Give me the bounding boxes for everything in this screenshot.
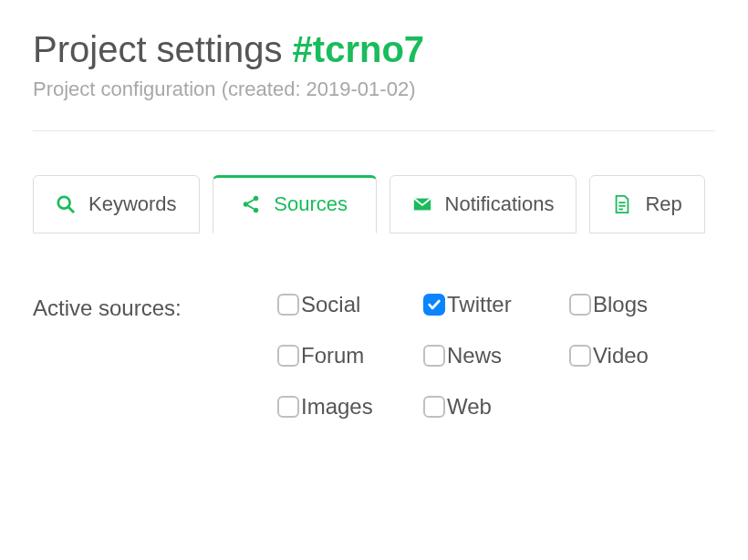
source-images[interactable]: Images bbox=[277, 394, 423, 420]
checkbox-label: Social bbox=[301, 292, 360, 317]
source-video[interactable]: Video bbox=[569, 343, 715, 368]
checkbox[interactable] bbox=[277, 294, 299, 316]
envelope-icon bbox=[412, 194, 432, 214]
tab-reports[interactable]: Rep bbox=[589, 175, 704, 233]
svg-line-5 bbox=[248, 200, 254, 203]
tabs-container: Keywords Sources Notifications bbox=[33, 175, 715, 233]
page-subtitle: Project configuration (created: 2019-01-… bbox=[33, 78, 715, 101]
checkbox-label: News bbox=[447, 343, 502, 368]
source-twitter[interactable]: Twitter bbox=[423, 292, 569, 317]
source-social[interactable]: Social bbox=[277, 292, 423, 317]
title-prefix: Project settings bbox=[33, 29, 293, 69]
svg-point-3 bbox=[244, 202, 249, 207]
checkbox[interactable] bbox=[277, 396, 299, 418]
tab-sources[interactable]: Sources bbox=[213, 175, 377, 233]
checkbox[interactable] bbox=[423, 345, 445, 367]
checkbox[interactable] bbox=[569, 294, 591, 316]
source-blogs[interactable]: Blogs bbox=[569, 292, 715, 317]
checkbox-label: Web bbox=[447, 394, 492, 420]
sources-grid: Social Twitter Blogs Forum News Video Im… bbox=[277, 292, 715, 420]
divider bbox=[33, 130, 715, 131]
tab-notifications[interactable]: Notifications bbox=[390, 175, 577, 233]
source-forum[interactable]: Forum bbox=[277, 343, 423, 368]
checkbox-label: Forum bbox=[301, 343, 364, 368]
svg-point-2 bbox=[254, 196, 259, 202]
checkbox-label: Images bbox=[301, 394, 373, 420]
checkbox[interactable] bbox=[423, 396, 445, 418]
checkbox-label: Twitter bbox=[447, 292, 512, 317]
active-sources-label: Active sources: bbox=[33, 292, 277, 321]
share-icon bbox=[241, 194, 261, 214]
document-icon bbox=[612, 194, 632, 214]
source-news[interactable]: News bbox=[423, 343, 569, 368]
checkbox[interactable] bbox=[423, 294, 445, 316]
svg-point-4 bbox=[254, 208, 259, 213]
checkbox[interactable] bbox=[277, 345, 299, 367]
checkbox[interactable] bbox=[569, 345, 591, 367]
page-title: Project settings #tcrno7 bbox=[33, 29, 715, 70]
svg-line-6 bbox=[248, 205, 254, 209]
active-sources-section: Active sources: Social Twitter Blogs For… bbox=[33, 292, 715, 420]
tab-label: Sources bbox=[274, 192, 348, 216]
source-web[interactable]: Web bbox=[423, 394, 569, 420]
checkbox-label: Video bbox=[593, 343, 649, 368]
project-hash: #tcrno7 bbox=[293, 29, 425, 69]
search-icon bbox=[56, 194, 76, 214]
tab-label: Notifications bbox=[445, 192, 555, 216]
svg-line-1 bbox=[68, 207, 74, 213]
checkbox-label: Blogs bbox=[593, 292, 648, 317]
tab-label: Keywords bbox=[88, 192, 177, 216]
tab-keywords[interactable]: Keywords bbox=[33, 175, 200, 233]
tab-label: Rep bbox=[645, 192, 681, 216]
